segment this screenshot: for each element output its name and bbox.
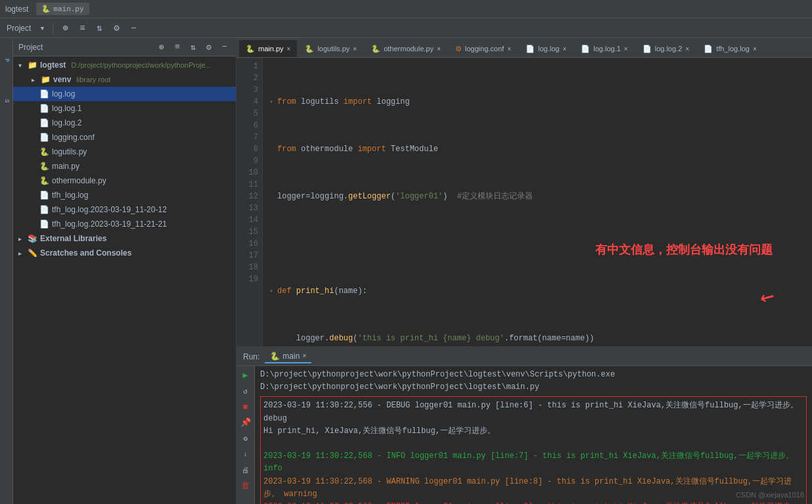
run-stop-btn[interactable]: ■ <box>239 400 252 413</box>
tree-label-venv: venv <box>53 75 71 84</box>
code-text-4 <box>277 238 805 250</box>
tab-label-log-log: log.log <box>538 45 559 53</box>
tree-item-logutils[interactable]: 🐍 logutils.py <box>13 145 236 159</box>
tree-item-main-py[interactable]: 🐍 main.py <box>13 159 236 173</box>
run-side-buttons: ▶ ↺ ■ 📌 ⚙ ↓ 🖨 🗑 <box>237 366 255 504</box>
tab-close-log-log2[interactable]: × <box>685 45 689 53</box>
title-tab-main[interactable]: 🐍 main.py <box>36 3 89 15</box>
tree-item-log-log1[interactable]: 📄 log.log.1 <box>13 101 236 116</box>
code-line-1: ▾ from logutils import logging <box>269 96 805 108</box>
tree-label-othermodule: othermodule.py <box>52 176 106 185</box>
tab-label-logging-conf: logging.conf <box>465 45 504 53</box>
toolbar-settings-btn[interactable]: ⚙ <box>109 21 124 35</box>
tab-close-log-log[interactable]: × <box>562 45 566 53</box>
run-panel: Run: 🐍 main × ▶ ↺ ■ 📌 ⚙ ↓ 🖨 🗑 <box>237 346 812 504</box>
fold-4[interactable] <box>269 239 277 249</box>
tree-item-tfh-log[interactable]: 📄 tfh_log.log <box>13 188 236 202</box>
run-rerun-btn[interactable]: ↺ <box>239 384 252 398</box>
toolbar-list-btn[interactable]: ≡ <box>75 21 89 35</box>
project-close-btn[interactable]: − <box>219 41 231 53</box>
tree-label-log-log2: log.log.2 <box>52 118 81 127</box>
side-tab-project[interactable]: P <box>1 41 12 80</box>
tree-item-logging-conf[interactable]: 📄 logging.conf <box>13 130 236 145</box>
run-tab-main[interactable]: 🐍 main × <box>265 350 311 363</box>
tree-icon-log-log2: 📄 <box>39 118 49 127</box>
run-content: ▶ ↺ ■ 📌 ⚙ ↓ 🖨 🗑 D:\project\pythonproject… <box>237 366 812 504</box>
tab-tfh-log[interactable]: 📄 tfh_log.log × <box>697 40 763 57</box>
tab-close-logging-conf[interactable]: × <box>507 45 511 53</box>
tab-icon-log-log2: 📄 <box>643 45 652 53</box>
code-text-3: logger=logging.getLogger('logger01') #定义… <box>277 191 805 202</box>
fold-1[interactable]: ▾ <box>269 97 277 107</box>
tree-label-log-log1: log.log.1 <box>52 104 81 113</box>
tree-icon-main-py: 🐍 <box>39 162 49 171</box>
code-editor[interactable]: 12345 678910 1112131415 16171819 ▾ from … <box>237 58 812 346</box>
tab-close-log-log1[interactable]: × <box>624 45 628 53</box>
run-clear-btn[interactable]: 🗑 <box>239 479 252 492</box>
code-text-1: from logutils import logging <box>277 96 805 108</box>
tab-main-py[interactable]: 🐍 main.py × <box>239 40 297 57</box>
app-title: logtest <box>5 5 28 14</box>
tree-arrow-venv: ▸ <box>32 76 38 83</box>
run-filter-btn[interactable]: ⚙ <box>239 432 252 445</box>
run-cmd-line: D:\project\pythonproject\work\pythonProj… <box>260 369 807 394</box>
tree-label-logtest: logtest <box>40 60 66 70</box>
tab-logutils[interactable]: 🐍 logutils.py × <box>298 40 363 57</box>
tab-close-logutils[interactable]: × <box>353 45 357 53</box>
tab-icon-log-log: 📄 <box>526 45 535 53</box>
run-tab-close[interactable]: × <box>302 352 306 359</box>
toolbar-close-btn[interactable]: − <box>126 21 141 35</box>
tab-label-logutils: logutils.py <box>317 45 350 53</box>
project-tree: ▾ 📁 logtest D:/project/pythonproject/wor… <box>13 57 236 504</box>
fold-2[interactable] <box>269 145 277 154</box>
tab-log-log2[interactable]: 📄 log.log.2 × <box>636 40 696 57</box>
tree-item-log-log2[interactable]: 📄 log.log.2 <box>13 116 236 130</box>
run-play-btn[interactable]: ▶ <box>239 369 252 382</box>
run-tab-icon: 🐍 <box>270 352 280 361</box>
log-line-warning: 2023-03-19 11:30:22,568 - WARNING logger… <box>263 476 803 501</box>
log-line-error: 2023-03-19 11:30:22,568 - ERROR logger01… <box>263 501 803 504</box>
side-tab-structure[interactable]: S <box>1 81 12 121</box>
tab-close-tfh-log[interactable]: × <box>753 45 757 53</box>
toolbar-add-btn[interactable]: ⊕ <box>58 21 72 35</box>
run-output: D:\project\pythonproject\work\pythonProj… <box>255 366 812 504</box>
tree-item-logtest[interactable]: ▾ 📁 logtest D:/project/pythonproject/wor… <box>13 58 236 72</box>
fold-5[interactable]: ▾ <box>269 286 277 296</box>
tab-label-tfh-log: tfh_log.log <box>716 45 750 53</box>
toolbar-arrows-btn[interactable]: ⇅ <box>92 21 106 35</box>
fold-3[interactable] <box>269 192 277 202</box>
toolbar-dropdown-btn[interactable]: ▾ <box>36 22 48 34</box>
project-arrows-btn[interactable]: ⇅ <box>187 41 199 53</box>
tab-log-log1[interactable]: 📄 log.log.1 × <box>574 40 634 57</box>
code-content[interactable]: ▾ from logutils import logging from othe… <box>263 58 812 346</box>
tree-item-ext-libs[interactable]: ▸ 📚 External Libraries <box>13 231 236 246</box>
tree-label-logging-conf: logging.conf <box>52 133 95 142</box>
run-scroll-btn[interactable]: ↓ <box>239 447 252 461</box>
tree-item-scratches[interactable]: ▸ ✏️ Scratches and Consoles <box>13 246 236 260</box>
tab-label-log-log2: log.log.2 <box>655 45 683 53</box>
tree-label-main-py: main.py <box>52 162 79 171</box>
tab-close-main-py[interactable]: × <box>287 45 291 53</box>
tab-log-log[interactable]: 📄 log.log × <box>519 40 573 57</box>
project-list-btn[interactable]: ≡ <box>171 41 183 53</box>
toolbar-sep-1 <box>53 22 53 34</box>
tree-item-tfh-log2[interactable]: 📄 tfh_log.log.2023-03-19_11-21-21 <box>13 217 236 231</box>
project-settings-btn[interactable]: ⚙ <box>203 41 215 53</box>
tree-item-othermodule[interactable]: 🐍 othermodule.py <box>13 173 236 188</box>
tab-label-log-log1: log.log.1 <box>593 45 621 53</box>
tab-othermodule[interactable]: 🐍 othermodule.py × <box>365 40 447 57</box>
tree-icon-scratches: ✏️ <box>28 248 37 258</box>
tab-close-othermodule[interactable]: × <box>437 45 441 53</box>
tab-logging-conf[interactable]: ⚙ logging.conf × <box>449 40 518 57</box>
run-pin-btn[interactable]: 📌 <box>239 416 252 429</box>
tree-item-tfh-log1[interactable]: 📄 tfh_log.log.2023-03-19_11-20-12 <box>13 202 236 217</box>
code-line-6: logger.debug('this is print_hi {name} de… <box>269 332 805 344</box>
fold-6[interactable] <box>269 334 277 344</box>
project-header-title: Project <box>18 43 43 52</box>
run-print-btn[interactable]: 🖨 <box>239 463 252 476</box>
project-add-btn[interactable]: ⊕ <box>156 41 168 53</box>
csdn-watermark: CSDN @xiejava1018 <box>736 491 804 499</box>
editor-tabs: 🐍 main.py × 🐍 logutils.py × 🐍 othermodul… <box>237 38 812 58</box>
tree-item-venv[interactable]: ▸ 📁 venv library root <box>13 72 236 87</box>
tree-item-log-log[interactable]: 📄 log.log <box>13 87 236 101</box>
